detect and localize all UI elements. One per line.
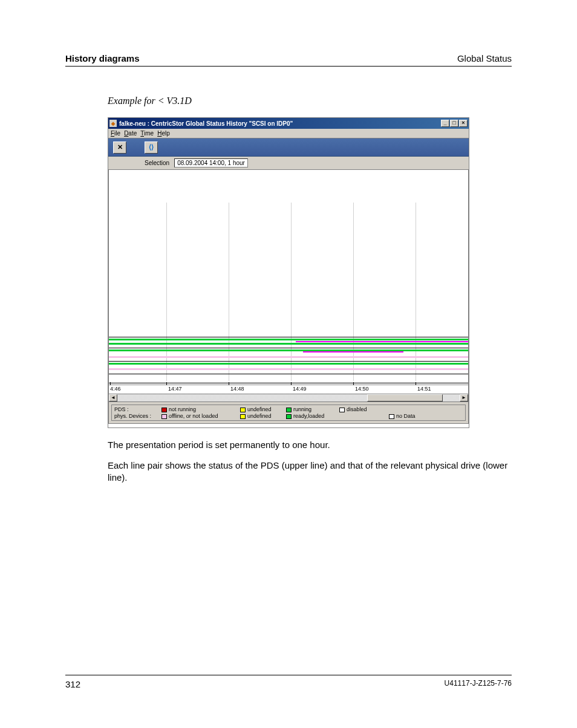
pink-swatch-icon — [161, 414, 167, 419]
legend-item: ready,loaded — [286, 413, 339, 419]
white-swatch-icon — [339, 408, 345, 412]
status-stripe — [109, 356, 468, 358]
toolbar-close-button[interactable]: ✕ — [113, 141, 126, 154]
separator — [109, 348, 468, 348]
legend-row-label: PDS : — [114, 406, 161, 412]
axis-tick: 14:51 — [417, 386, 431, 392]
gridline — [229, 203, 229, 381]
status-stripe — [109, 368, 468, 370]
separator — [109, 337, 468, 337]
scroll-track[interactable] — [117, 394, 460, 401]
page-footer: 312 U41117-J-Z125-7-76 — [65, 675, 512, 689]
status-stripe — [109, 339, 468, 340]
page-header: History diagrams Global Status — [65, 53, 512, 67]
header-left: History diagrams — [65, 53, 140, 63]
yellow-swatch-icon — [240, 414, 246, 419]
menu-time[interactable]: Time — [140, 130, 154, 137]
gridline — [353, 203, 354, 381]
menubar: File Date Time Help — [108, 129, 469, 138]
axis-tick: 14:49 — [293, 386, 307, 392]
white-swatch-icon — [389, 414, 394, 419]
body-paragraph: The presentation period is set permanent… — [108, 439, 512, 451]
figure-caption: Example for < V3.1D — [108, 96, 192, 106]
separator — [109, 361, 468, 362]
minimize-button[interactable]: _ — [441, 120, 449, 127]
legend: PDS : not running undefined running disa… — [108, 402, 469, 424]
x-axis: 4:46 14:47 14:48 14:49 14:50 14:51 — [108, 385, 469, 394]
window-title: falke-neu : CentricStor Global Status Hi… — [119, 120, 441, 127]
doc-id: U41117-J-Z125-7-76 — [445, 679, 512, 689]
legend-item: offline, or not loaded — [161, 413, 240, 419]
header-right: Global Status — [457, 53, 512, 63]
axis-tick: 14:47 — [168, 386, 182, 392]
gridline — [291, 203, 292, 381]
titlebar[interactable]: ◆ falke-neu : CentricStor Global Status … — [108, 118, 469, 129]
green-swatch-icon — [286, 414, 292, 419]
axis-tick: 14:50 — [355, 386, 369, 392]
toolbar-toggle-button[interactable]: ⟨⟩ — [145, 141, 158, 154]
body-paragraph: Each line pair shows the status of the P… — [108, 460, 512, 484]
toolbar: ✕ ⟨⟩ — [108, 138, 469, 157]
legend-item: running — [286, 406, 339, 412]
status-stripe — [303, 351, 403, 353]
legend-item: undefined — [240, 406, 286, 412]
scroll-left-button[interactable]: ◄ — [109, 394, 117, 401]
separator — [109, 383, 468, 383]
red-swatch-icon — [161, 408, 167, 412]
menu-date[interactable]: Date — [124, 130, 137, 137]
axis-tick: 4:46 — [110, 386, 121, 392]
scroll-right-button[interactable]: ► — [460, 394, 468, 401]
app-icon: ◆ — [109, 120, 117, 127]
gridline — [416, 203, 416, 381]
legend-item: disabled — [339, 406, 389, 412]
selection-label: Selection — [145, 160, 169, 166]
selection-row: Selection 08.09.2004 14:00, 1 hour — [108, 157, 469, 170]
status-stripe — [109, 363, 468, 365]
maximize-button[interactable]: □ — [450, 120, 458, 127]
app-window: ◆ falke-neu : CentricStor Global Status … — [108, 117, 469, 428]
menu-help[interactable]: Help — [157, 130, 170, 137]
status-stripe — [109, 349, 468, 351]
separator — [109, 374, 468, 374]
chart-area — [108, 170, 469, 385]
page-number: 312 — [65, 679, 80, 689]
legend-item: undefined — [240, 413, 286, 419]
status-stripe — [109, 343, 468, 345]
close-button[interactable]: × — [459, 120, 468, 127]
status-stripe — [296, 341, 468, 342]
gridline — [166, 203, 167, 381]
menu-file[interactable]: File — [111, 130, 120, 137]
scroll-thumb[interactable] — [367, 394, 443, 401]
horizontal-scrollbar[interactable]: ◄ ► — [108, 394, 469, 402]
legend-item: no Data — [389, 413, 437, 419]
yellow-swatch-icon — [240, 408, 246, 412]
axis-tick: 14:48 — [230, 386, 244, 392]
legend-item: not running — [161, 406, 240, 412]
legend-row-label: phys. Devices : — [114, 413, 161, 419]
green-swatch-icon — [286, 408, 292, 412]
selection-input[interactable]: 08.09.2004 14:00, 1 hour — [174, 158, 248, 167]
